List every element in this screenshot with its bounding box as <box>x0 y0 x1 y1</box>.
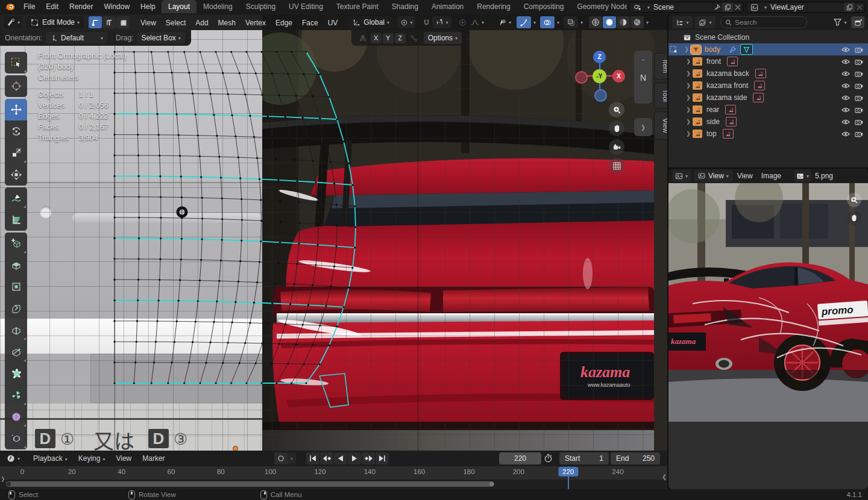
close-icon[interactable]: ✕ <box>733 2 743 13</box>
region-expand-arrow[interactable]: ❯ <box>1 476 5 482</box>
tab-view[interactable]: View <box>654 111 667 140</box>
tool-tweak[interactable] <box>5 52 27 73</box>
hide-eye-icon[interactable] <box>841 46 850 53</box>
image-data-icon[interactable] <box>727 57 738 66</box>
gizmo-z-axis[interactable]: Z <box>593 51 606 63</box>
show-gizmo-dropdown[interactable]: ▾ <box>495 16 514 28</box>
filter-visibility-dropdown[interactable]: ▾ <box>695 16 715 28</box>
playhead-frame-badge[interactable]: 220 <box>558 467 578 477</box>
outliner-row-body[interactable]: ❯ body <box>668 43 868 55</box>
menu-keying[interactable]: Keying▾ <box>73 454 111 463</box>
image-datablock-icon[interactable]: ▾ <box>794 170 811 182</box>
outliner-row[interactable]: ❯rear <box>668 104 868 116</box>
3d-viewport[interactable]: D ① 又は D ③ <box>0 14 667 451</box>
shading-solid-button[interactable] <box>603 16 616 28</box>
menu-playback[interactable]: Playback▾ <box>28 454 73 463</box>
prev-keyframe-button[interactable] <box>320 452 333 464</box>
overlays-toggle-button[interactable] <box>540 16 555 28</box>
tab-compositing[interactable]: Compositing <box>517 0 571 13</box>
tool-smooth[interactable] <box>5 406 27 428</box>
gizmo-y-neg-axis[interactable]: -Y <box>593 69 606 83</box>
editor-type-button[interactable]: ▾ <box>4 16 23 28</box>
mirror-z-button[interactable]: Z <box>395 33 406 43</box>
mode-dropdown[interactable]: Edit Mode▾ <box>27 16 84 28</box>
tool-inset-faces[interactable] <box>5 276 27 298</box>
outliner-row[interactable]: ❯kazama front <box>668 80 868 92</box>
proportional-editing-icon[interactable] <box>456 16 468 28</box>
expand-arrow[interactable]: ❯ <box>684 83 693 89</box>
scene-collection-row[interactable]: Scene Collection <box>668 31 868 43</box>
tool-scale[interactable] <box>5 142 27 164</box>
copy-scene-icon[interactable] <box>722 2 733 12</box>
outliner-row[interactable]: ❯kazama back <box>668 67 868 80</box>
disable-render-camera-icon[interactable] <box>855 70 863 77</box>
tool-add-cube[interactable] <box>5 233 27 254</box>
image-data-icon[interactable] <box>755 69 766 78</box>
copy-viewlayer-icon[interactable] <box>844 2 855 12</box>
scene-name[interactable]: Scene <box>650 3 711 11</box>
current-frame-field[interactable]: 220 <box>499 452 541 464</box>
menu-view[interactable]: View <box>136 19 161 27</box>
expand-arrow[interactable]: ❯ <box>684 70 693 77</box>
tool-poly-build[interactable] <box>5 363 27 384</box>
modifier-wrench-icon[interactable] <box>729 46 737 54</box>
filter-dropdown[interactable]: ▾ <box>831 16 849 28</box>
tool-rotate[interactable] <box>5 120 27 142</box>
tool-move[interactable] <box>5 99 27 120</box>
tool-measure[interactable] <box>5 209 27 231</box>
timeline-editor[interactable]: ▾ Playback▾ Keying▾ View Marker ▾ 220 St… <box>0 451 667 489</box>
tab-texture-paint[interactable]: Texture Paint <box>330 0 385 13</box>
gizmo-x-neg-axis[interactable] <box>575 71 588 84</box>
disable-render-camera-icon[interactable] <box>855 119 863 125</box>
outliner-row[interactable]: ❯front <box>668 55 868 67</box>
menu-tl-view[interactable]: View <box>110 454 137 463</box>
hide-eye-icon[interactable] <box>841 119 850 125</box>
image-mode-dropdown[interactable]: View▾ <box>694 170 733 182</box>
menu-img-view[interactable]: View <box>733 172 757 180</box>
frame-start-field[interactable]: Start1 <box>559 452 609 464</box>
tab-rendering[interactable]: Rendering <box>470 0 517 13</box>
tab-tool[interactable]: Tool <box>654 83 667 108</box>
menu-help[interactable]: Help <box>135 0 161 13</box>
image-data-icon[interactable] <box>754 81 765 90</box>
menu-marker[interactable]: Marker <box>137 454 170 463</box>
tool-knife[interactable] <box>5 341 27 363</box>
expand-arrow[interactable]: ❯ <box>684 131 693 137</box>
tool-spin[interactable] <box>5 384 27 406</box>
menu-mesh[interactable]: Mesh <box>213 19 241 27</box>
snap-corner-icon[interactable] <box>406 34 421 42</box>
shading-wireframe-button[interactable] <box>589 16 602 28</box>
tab-layout[interactable]: Layout <box>162 0 197 13</box>
disable-render-camera-icon[interactable] <box>855 95 863 101</box>
blender-logo-icon[interactable] <box>5 2 15 11</box>
region-collapse-arrow[interactable]: ❮ <box>662 473 667 480</box>
gizmo-x-axis[interactable]: X <box>612 70 625 83</box>
frame-end-field[interactable]: End250 <box>611 452 660 464</box>
play-button[interactable] <box>348 452 361 464</box>
disable-render-camera-icon[interactable] <box>855 58 863 65</box>
scene-icon[interactable] <box>629 4 645 11</box>
select-mode-edge-button[interactable] <box>102 16 116 28</box>
shading-material-button[interactable] <box>617 16 630 28</box>
scene-selector[interactable]: ▾ Scene ✕ <box>629 2 743 13</box>
snap-target-dropdown[interactable]: ▾ <box>432 16 451 28</box>
viewlayer-name[interactable]: ViewLayer <box>767 3 844 11</box>
image-zoom-icon[interactable] <box>847 193 861 207</box>
expand-arrow[interactable]: ❯ <box>684 58 693 64</box>
menu-vertex[interactable]: Vertex <box>241 19 271 27</box>
gizmo-z-neg-axis[interactable] <box>594 89 607 102</box>
menu-edge[interactable]: Edge <box>271 19 297 27</box>
expand-arrow[interactable]: ❯ <box>684 119 693 125</box>
mesh-data-icon[interactable] <box>740 44 753 55</box>
image-pan-icon[interactable] <box>847 211 861 225</box>
tab-sculpting[interactable]: Sculpting <box>239 0 282 13</box>
tool-annotate[interactable] <box>5 187 27 209</box>
tool-extrude-region[interactable] <box>5 254 27 276</box>
tool-edge-slide[interactable] <box>5 428 27 449</box>
hide-eye-icon[interactable] <box>841 58 850 65</box>
tab-geometry-nodes[interactable]: Geometry Nodes <box>570 0 627 13</box>
hide-eye-icon[interactable] <box>841 83 850 89</box>
menu-select[interactable]: Select <box>161 19 190 27</box>
options-dropdown[interactable]: Options▾ <box>424 32 462 44</box>
jump-to-end-button[interactable] <box>376 452 389 464</box>
